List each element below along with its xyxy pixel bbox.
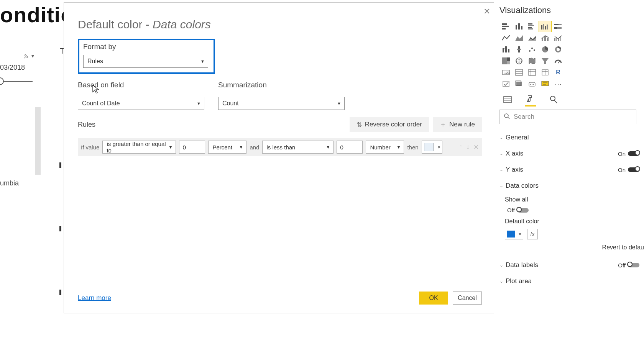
based-on-field-value: Count of Date [82, 100, 120, 107]
caret-icon: ▼ [436, 141, 442, 153]
x-axis-label: X axis [506, 150, 618, 157]
map-icon[interactable] [513, 55, 526, 67]
value1-input[interactable] [179, 141, 205, 154]
y-axis-section[interactable]: ⌄ Y axis On [499, 162, 644, 178]
unit1-select[interactable]: Percent ▼ [208, 141, 246, 154]
svg-point-31 [529, 50, 531, 52]
ok-button[interactable]: OK [419, 292, 448, 305]
if-value-text: If value [81, 144, 99, 151]
show-all-toggle[interactable]: Off [507, 207, 644, 213]
search-icon [504, 113, 510, 121]
analytics-tab[interactable] [548, 94, 559, 105]
stacked-column-chart-icon[interactable] [513, 21, 526, 32]
based-on-field-select[interactable]: Count of Date ▼ [78, 97, 204, 110]
condition1-select[interactable]: is greater than or equal to ▼ [102, 141, 176, 154]
learn-more-link[interactable]: Learn more [78, 294, 111, 302]
chevron-icon: ⌄ [499, 151, 506, 156]
data-colors-section[interactable]: ⌄ Data colors [499, 178, 644, 194]
svg-line-72 [508, 117, 509, 119]
reverse-color-order-button[interactable]: ⇅ Reverse color order [350, 117, 429, 132]
chevron-down-icon[interactable]: ▾ [31, 53, 34, 59]
dialog-title-section: Data colors [153, 18, 211, 31]
svg-rect-28 [518, 46, 520, 49]
condition2-select[interactable]: is less than ▼ [262, 141, 334, 154]
svg-point-60 [530, 84, 531, 85]
cancel-button[interactable]: Cancel [453, 292, 482, 305]
funnel-icon[interactable] [539, 55, 552, 67]
x-axis-section[interactable]: ⌄ X axis On [499, 146, 644, 162]
x-axis-toggle[interactable]: On [618, 151, 639, 157]
revert-to-default-link[interactable]: Revert to defau [499, 244, 644, 251]
ribbon-chart-icon[interactable] [499, 44, 513, 55]
gauge-icon[interactable] [552, 55, 565, 67]
svg-rect-30 [518, 50, 520, 52]
clustered-bar-chart-icon[interactable] [526, 21, 539, 32]
svg-rect-25 [503, 48, 504, 52]
close-icon[interactable]: ✕ [483, 7, 490, 16]
r-script-visual-icon[interactable]: R [552, 67, 565, 78]
get-more-visuals-icon[interactable]: ⋯ [552, 78, 565, 90]
toggle-state: On [618, 167, 626, 173]
svg-line-70 [554, 100, 557, 103]
svg-rect-24 [560, 37, 561, 41]
pie-chart-icon[interactable] [539, 44, 552, 55]
line-clustered-column-icon[interactable] [552, 32, 565, 44]
rule-color-picker[interactable]: ▼ [422, 141, 442, 154]
move-down-icon[interactable]: ↓ [467, 143, 470, 151]
fields-tab[interactable] [502, 94, 513, 105]
unit2-select[interactable]: Number ▼ [366, 141, 404, 154]
slicer-icon[interactable] [539, 67, 552, 78]
visualizations-panel: Visualizations 123 R ⋯ [494, 0, 644, 362]
summarization-select[interactable]: Count ▼ [218, 97, 345, 110]
svg-rect-9 [528, 28, 533, 29]
key-influencers-icon[interactable] [513, 78, 526, 90]
svg-point-61 [532, 84, 532, 85]
svg-text:123: 123 [504, 71, 510, 75]
scatter-chart-icon[interactable] [526, 44, 539, 55]
default-color-label: Default color [505, 218, 644, 225]
new-rule-button[interactable]: ＋ New rule [433, 117, 482, 132]
clustered-column-chart-icon[interactable] [539, 21, 552, 32]
value2-input[interactable] [337, 141, 363, 154]
multi-row-card-icon[interactable] [513, 67, 526, 78]
plot-area-section[interactable]: ⌄ Plot area [499, 273, 644, 289]
python-visual-icon[interactable] [499, 78, 513, 90]
background-slider-handle[interactable] [0, 77, 4, 85]
format-by-label: Format by [83, 43, 210, 51]
show-all-label: Show all [505, 196, 644, 203]
summarization-label: Summarization [218, 81, 345, 89]
decomposition-tree-icon[interactable] [526, 78, 539, 90]
treemap-icon[interactable] [499, 55, 513, 67]
line-chart-icon[interactable] [499, 32, 513, 44]
new-rule-label: New rule [449, 121, 475, 128]
line-stacked-column-icon[interactable] [539, 32, 552, 44]
caret-icon: ▼ [397, 145, 401, 149]
data-labels-toggle[interactable]: Off [618, 262, 639, 269]
move-up-icon[interactable]: ↑ [459, 143, 463, 151]
format-by-select[interactable]: Rules ▼ [83, 55, 208, 68]
area-chart-icon[interactable] [513, 32, 526, 44]
stacked-area-chart-icon[interactable] [526, 32, 539, 44]
kpi-icon[interactable] [526, 67, 539, 78]
default-color-picker[interactable]: ▼ [505, 229, 523, 239]
rule-row: If value is greater than or equal to ▼ P… [78, 138, 482, 156]
caret-icon: ▼ [197, 101, 201, 106]
plus-icon: ＋ [440, 120, 446, 129]
waterfall-chart-icon[interactable] [513, 44, 526, 55]
general-section[interactable]: ⌄ General [499, 129, 644, 146]
stacked-bar-chart-icon[interactable] [499, 21, 513, 32]
fx-button[interactable]: fx [527, 229, 538, 239]
format-tab[interactable] [525, 94, 536, 105]
background-bar [35, 107, 41, 175]
qa-visual-icon[interactable] [539, 78, 552, 90]
search-input[interactable]: Search [499, 110, 636, 124]
data-labels-section[interactable]: ⌄ Data labels Off [499, 257, 644, 273]
donut-chart-icon[interactable] [552, 44, 565, 55]
y-axis-toggle[interactable]: On [618, 167, 639, 173]
svg-rect-20 [547, 38, 549, 41]
hundred-stacked-bar-icon[interactable] [552, 21, 565, 32]
caret-icon: ▼ [326, 145, 330, 149]
filled-map-icon[interactable] [526, 55, 539, 67]
delete-rule-icon[interactable]: ✕ [473, 143, 479, 151]
card-icon[interactable]: 123 [499, 67, 513, 78]
